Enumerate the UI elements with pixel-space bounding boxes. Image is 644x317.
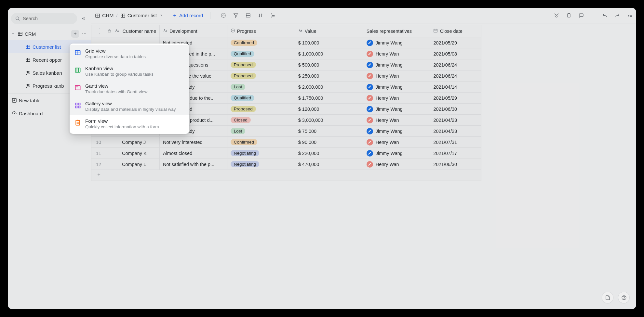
progress-chip: Confirmed xyxy=(231,139,257,145)
svg-marker-2 xyxy=(12,33,14,34)
col-header-rep[interactable]: Sales representatives xyxy=(367,29,427,34)
cell-rep: Jimmy Wang xyxy=(376,40,403,45)
table-row[interactable]: 11 Company K Almost closed Negotiating $… xyxy=(91,148,481,159)
table-icon xyxy=(95,13,100,18)
row-height-icon[interactable] xyxy=(270,13,275,18)
col-header-progress[interactable]: Progress xyxy=(237,29,256,34)
search-input-wrap[interactable] xyxy=(11,13,77,24)
svg-rect-30 xyxy=(121,14,125,17)
cell-rep: Henry Wan xyxy=(376,95,399,101)
cell-value: $ 1,000,000 xyxy=(295,48,363,59)
table-row[interactable]: 10 Company J Not very interested Confirm… xyxy=(91,137,481,148)
kanban-icon xyxy=(25,83,31,88)
more-button[interactable] xyxy=(80,30,88,38)
menu-item-desc: Display data and materials in highly vis… xyxy=(85,107,185,112)
cell-value: $ 100,000 xyxy=(295,37,363,48)
text-icon xyxy=(298,28,303,34)
svg-rect-22 xyxy=(29,84,30,87)
svg-marker-37 xyxy=(234,14,238,17)
collapse-sidebar-button[interactable] xyxy=(80,15,87,22)
cell-rep: Jimmy Wang xyxy=(376,62,403,68)
avatar xyxy=(367,150,373,157)
progress-chip: Confirmed xyxy=(231,40,257,46)
cell-value: $ 2,000,000 xyxy=(295,82,363,93)
add-record-button[interactable]: Add record xyxy=(172,13,203,18)
menu-item-title: Kanban view xyxy=(85,66,185,71)
menu-item-title: Grid view xyxy=(85,48,185,54)
progress-chip: Closed xyxy=(231,117,251,123)
svg-point-9 xyxy=(84,33,85,34)
search-input[interactable] xyxy=(23,16,73,21)
chevron-down-icon[interactable] xyxy=(159,13,163,19)
avatar xyxy=(367,139,373,146)
sort-icon[interactable] xyxy=(258,13,263,18)
progress-chip: Proposed xyxy=(231,62,256,68)
cell-rep: Jimmy Wang xyxy=(376,129,403,134)
cell-close: 2021/04/14 xyxy=(430,82,481,93)
cell-close: 2021/06/24 xyxy=(430,59,481,70)
grid-icon xyxy=(25,57,31,62)
menu-item-desc: Organize diverse data in tables xyxy=(85,54,185,59)
gallery-view-icon xyxy=(74,102,81,109)
plus-square-icon xyxy=(12,98,17,103)
filter-icon[interactable] xyxy=(233,13,238,18)
cell-name: Company J xyxy=(122,140,146,145)
avatar xyxy=(367,106,373,112)
svg-line-26 xyxy=(14,113,15,114)
cell-development: Not very interested xyxy=(159,137,227,148)
search-icon xyxy=(15,16,20,21)
cell-rep: Henry Wan xyxy=(376,51,399,57)
view-menu-item-gallery-view[interactable]: Gallery view Display data and materials … xyxy=(70,97,189,115)
gauge-icon xyxy=(12,111,17,116)
col-header-close[interactable]: Close date xyxy=(440,29,462,34)
view-menu-item-form-view[interactable]: Form view Quickly collect information wi… xyxy=(70,115,189,133)
gear-icon[interactable] xyxy=(221,13,226,18)
view-menu-item-gantt-view[interactable]: Gantt view Track due dates with Gantt vi… xyxy=(70,80,189,97)
cell-value: $ 500,000 xyxy=(295,59,363,70)
cell-close: 2021/05/08 xyxy=(430,48,481,59)
menu-item-title: Form view xyxy=(85,118,185,124)
col-header-development[interactable]: Development xyxy=(169,29,197,34)
lock-icon xyxy=(107,29,112,34)
svg-rect-73 xyxy=(75,103,77,105)
cell-value: $ 1,750,000 xyxy=(295,93,363,104)
breadcrumb-view[interactable]: Customer list xyxy=(127,13,157,19)
cell-close: 2021/05/29 xyxy=(430,93,481,104)
avatar xyxy=(367,40,373,46)
svg-rect-19 xyxy=(29,71,30,74)
breadcrumb-root[interactable]: CRM xyxy=(102,13,114,19)
col-header-name[interactable]: Customer name xyxy=(123,29,156,34)
svg-rect-74 xyxy=(78,103,80,105)
sidebar-root-crm[interactable]: CRM xyxy=(8,27,91,40)
cell-rep: Jimmy Wang xyxy=(376,107,403,112)
menu-item-desc: Quickly collect information with a form xyxy=(85,124,185,129)
view-menu-item-grid-view[interactable]: Grid view Organize diverse data in table… xyxy=(70,45,189,62)
avatar xyxy=(367,117,373,123)
cell-value: $ 250,000 xyxy=(295,70,363,82)
svg-point-56 xyxy=(231,29,235,32)
cell-close: 2021/06/24 xyxy=(430,70,481,82)
cell-development: Not satisfied with the p... xyxy=(159,159,227,170)
grid-view-icon xyxy=(74,49,81,56)
progress-chip: Proposed xyxy=(231,106,256,112)
group-icon[interactable] xyxy=(246,13,251,18)
view-type-menu: Grid view Organize diverse data in table… xyxy=(70,44,189,134)
view-menu-item-kanban-view[interactable]: Kanban view Use Kanban to group various … xyxy=(70,62,189,80)
cell-close: 2021/04/23 xyxy=(430,126,481,137)
cell-close: 2021/06/30 xyxy=(430,159,481,170)
avatar xyxy=(367,161,373,168)
cell-close: 2021/07/31 xyxy=(430,137,481,148)
menu-item-title: Gantt view xyxy=(85,83,185,89)
svg-rect-11 xyxy=(26,45,30,49)
cell-close: 2021/07/17 xyxy=(430,148,481,159)
avatar xyxy=(367,51,373,57)
cell-development: Almost closed xyxy=(159,148,227,159)
cell-value: $ 470,000 xyxy=(295,159,363,170)
svg-rect-66 xyxy=(75,68,80,72)
col-header-value[interactable]: Value xyxy=(305,29,316,34)
kanban-view-icon xyxy=(74,67,81,74)
add-row-button[interactable] xyxy=(91,170,481,181)
select-all-checkbox[interactable] xyxy=(99,29,100,33)
table-row[interactable]: 12 Company L Not satisfied with the p...… xyxy=(91,159,481,170)
add-view-button[interactable] xyxy=(71,30,79,38)
